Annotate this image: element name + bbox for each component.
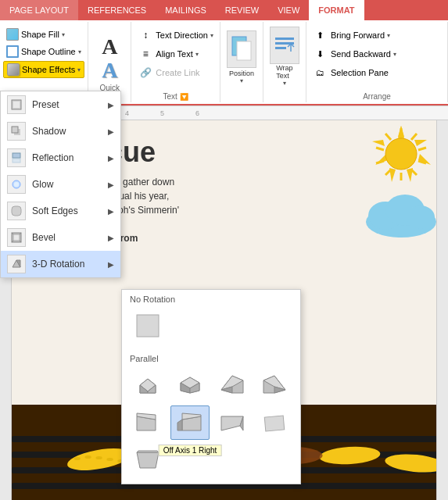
svg-rect-46 (13, 102, 20, 108)
off-left-item[interactable] (128, 405, 167, 440)
shape-outline-icon (6, 45, 19, 58)
cloud-image (358, 183, 444, 238)
reflection-icon (7, 148, 26, 167)
reflection-arrow: ▶ (108, 154, 114, 162)
tab-page-layout[interactable]: PAGE LAYOUT (0, 0, 78, 20)
wrap-text-arrow: ▾ (283, 80, 286, 87)
create-link-button[interactable]: 🔗 Create Link (134, 64, 217, 81)
svg-marker-86 (137, 451, 159, 452)
position-arrow[interactable]: ▾ (240, 77, 243, 84)
svg-line-8 (418, 148, 426, 150)
menu-item-bevel[interactable]: Bevel ▶ (1, 224, 120, 251)
menu-item-soft-edges[interactable]: Soft Edges ▶ (1, 198, 120, 224)
no-rotation-item[interactable] (128, 309, 167, 343)
off-axis-1-item[interactable] (213, 368, 252, 402)
off-right-item[interactable]: Off Axis 1 Right (170, 405, 210, 440)
preset-icon (7, 95, 26, 114)
glow-icon (7, 175, 26, 194)
menu-item-shadow[interactable]: Shadow ▶ (1, 118, 120, 145)
align-text-label: Align Text (156, 49, 193, 59)
shape-fill-arrow: ▾ (62, 31, 65, 38)
flat-small-shape (260, 409, 289, 437)
bring-forward-arrow: ▾ (387, 32, 390, 39)
svg-marker-17 (414, 140, 427, 146)
svg-marker-81 (177, 420, 182, 430)
svg-point-28 (407, 205, 435, 229)
vertical-scrollbar[interactable] (436, 120, 448, 500)
soft-edges-arrow: ▶ (108, 207, 114, 216)
text-direction-label: Text Direction (156, 30, 208, 40)
selection-pane-button[interactable]: 🗂 Selection Pane (310, 64, 444, 81)
parallel-title: Parallel (122, 349, 300, 366)
text-direction-icon: ↕ (138, 27, 153, 43)
off-left-shape (134, 409, 162, 437)
align-text-button[interactable]: ≡ Align Text ▾ (134, 45, 217, 62)
svg-marker-19 (407, 168, 413, 182)
svg-point-38 (74, 457, 81, 460)
send-backward-label: Send Backward (331, 49, 391, 59)
flat-small-item[interactable] (255, 405, 294, 440)
wrap-text-button[interactable]: WrapText ▾ (267, 23, 303, 88)
off-axis-2-item[interactable] (255, 368, 294, 402)
no-rotation-shape (134, 312, 162, 340)
tab-view[interactable]: VIEW (268, 0, 309, 20)
menu-item-glow[interactable]: Glow ▶ (1, 171, 120, 198)
off-left-2-item[interactable] (213, 405, 252, 440)
svg-line-14 (376, 148, 384, 150)
position-label: Position (229, 70, 254, 77)
bring-forward-label: Bring Forward (331, 30, 385, 40)
svg-line-15 (385, 134, 391, 140)
align-text-icon: ≡ (138, 46, 153, 62)
quick-styles-icon2: A (102, 59, 117, 81)
bring-forward-button[interactable]: ⬆ Bring Forward ▾ (310, 27, 444, 44)
off-right-shape (176, 409, 204, 437)
svg-rect-84 (264, 416, 284, 431)
svg-marker-22 (372, 140, 385, 146)
send-backward-button[interactable]: ⬇ Send Backward ▾ (310, 45, 444, 62)
svg-point-40 (95, 456, 102, 459)
iso-right-up-item[interactable] (170, 368, 210, 402)
shape-fill-button[interactable]: Shape Fill ▾ (3, 27, 84, 42)
create-link-label: Create Link (156, 68, 199, 77)
tab-format[interactable]: FORMAT (309, 0, 364, 20)
shape-outline-button[interactable]: Shape Outline ▾ (3, 44, 84, 59)
off-axis-2-shape (260, 371, 289, 399)
wrap-text-group: WrapText ▾ (263, 22, 306, 102)
arrange-group-label: Arrange (306, 92, 447, 101)
svg-marker-82 (221, 416, 243, 430)
svg-rect-53 (12, 206, 21, 216)
tab-mailings[interactable]: MAILINGS (156, 0, 216, 20)
svg-point-52 (14, 182, 19, 187)
selection-pane-label: Selection Pane (331, 68, 389, 77)
shape-effects-menu: Preset ▶ Shadow ▶ Reflection ▶ G (0, 91, 121, 278)
glow-arrow: ▶ (108, 180, 114, 189)
shape-effects-arrow: ▾ (77, 66, 81, 73)
bevel-icon (7, 228, 26, 247)
svg-rect-55 (13, 234, 20, 241)
wrap-text-label: WrapText (276, 64, 292, 80)
text-direction-button[interactable]: ↕ Text Direction ▾ (134, 27, 217, 44)
menu-item-reflection[interactable]: Reflection ▶ (1, 145, 120, 171)
sun-image (370, 124, 432, 187)
send-backward-icon: ⬇ (313, 46, 328, 62)
svg-marker-20 (389, 168, 396, 182)
svg-rect-48 (12, 127, 18, 133)
menu-item-3d-rotation[interactable]: 3-D Rotation ▶ (1, 251, 120, 277)
3d-rotation-label: 3-D Rotation (32, 259, 84, 270)
svg-point-24 (385, 138, 417, 170)
svg-point-39 (84, 455, 91, 459)
3d-rotation-icon (7, 255, 26, 273)
tab-references[interactable]: REFERENCES (78, 0, 156, 20)
svg-point-41 (106, 458, 113, 461)
bevel-arrow: ▶ (108, 234, 114, 242)
tab-review[interactable]: REVIEW (216, 0, 268, 20)
menu-item-preset[interactable]: Preset ▶ (1, 91, 120, 118)
arrange-group: ⬆ Bring Forward ▾ ⬇ Send Backward ▾ 🗂 Se… (306, 22, 448, 102)
tab-bar: PAGE LAYOUT REFERENCES MAILINGS REVIEW V… (0, 0, 448, 20)
iso-left-down-item[interactable] (128, 368, 167, 402)
rotation-submenu: No Rotation Parallel (121, 289, 301, 484)
text-expand[interactable]: 🔽 (180, 93, 188, 101)
svg-rect-49 (13, 153, 20, 158)
shape-effects-button[interactable]: Shape Effects ▾ (3, 61, 84, 78)
iso-left-shape (134, 371, 162, 399)
